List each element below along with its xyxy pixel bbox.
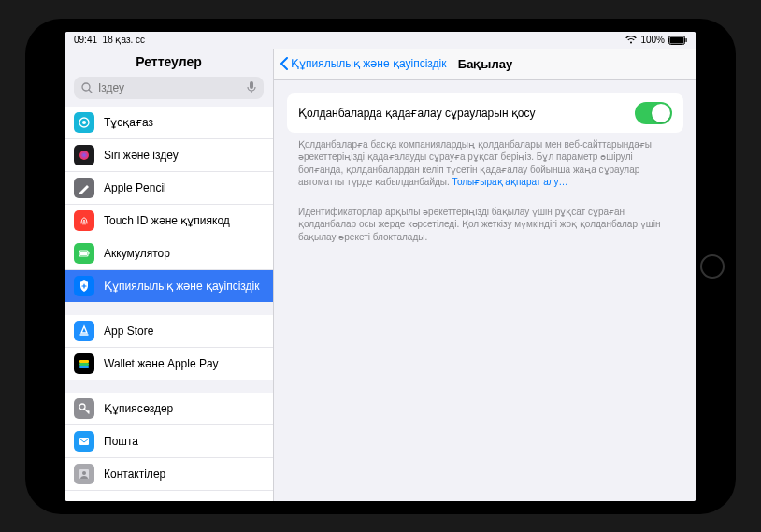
sidebar-item-wallpaper[interactable]: Тұсқағаз (65, 107, 273, 139)
home-button[interactable] (700, 254, 725, 279)
svg-rect-2 (686, 38, 687, 42)
contacts-icon (74, 464, 94, 484)
svg-point-8 (82, 121, 86, 124)
battery-icon (74, 243, 94, 264)
mail-icon (74, 431, 94, 452)
sidebar-item-label: Аккумулятор (104, 247, 264, 260)
sidebar-item-label: Тұсқағаз (104, 116, 264, 129)
appstore-icon (74, 321, 94, 341)
sidebar-item-battery[interactable]: Аккумулятор (65, 237, 273, 270)
status-time: 09:41 (74, 35, 97, 45)
sidebar-item-label: Siri және іздеу (104, 149, 264, 162)
wifi-icon (625, 36, 637, 44)
sidebar-item-appstore[interactable]: App Store (65, 315, 273, 348)
touchid-icon (74, 210, 94, 231)
tracking-toggle-row: Қолданбаларда қадағалау сұрауларын қосу (287, 93, 683, 133)
status-date: 18 қаз. сс (103, 35, 146, 45)
sidebar-item-privacy[interactable]: Құпиялылық және қауіпсіздік (65, 270, 273, 302)
sidebar-item-label: Құпиялылық және қауіпсіздік (104, 280, 264, 293)
sidebar-item-key[interactable]: Құпиясөздер (65, 393, 273, 425)
screen: 09:41 18 қаз. сс 100% Реттеулер (65, 32, 696, 501)
tracking-toggle[interactable] (635, 102, 672, 124)
sidebar-title: Реттеулер (65, 49, 273, 77)
detail-header: Құпиялылық және қауіпсіздік Бақылау (274, 49, 696, 80)
sidebar-item-label: App Store (104, 324, 264, 338)
sidebar-item-label: Wallet және Apple Pay (104, 357, 264, 370)
sidebar-item-label: Контактілер (104, 467, 264, 481)
tracking-toggle-label: Қолданбаларда қадағалау сұрауларын қосу (298, 107, 536, 120)
sidebar: Реттеулер ТұсқағазSiri және іздеуApple P… (65, 49, 274, 501)
sidebar-item-calendar[interactable]: 18Күнтізбе (65, 491, 273, 501)
svg-rect-17 (79, 438, 89, 445)
svg-rect-11 (89, 252, 90, 254)
calendar-icon: 18 (74, 496, 94, 501)
sidebar-item-label: Apple Pencil (104, 181, 264, 194)
privacy-icon (74, 276, 94, 296)
battery-percent: 100% (640, 35, 665, 45)
sidebar-item-label: Құпиясөздер (104, 402, 264, 415)
sidebar-group: ҚұпиясөздерПоштаКонтактілер18КүнтізбеЕск… (65, 393, 273, 501)
svg-rect-1 (670, 36, 684, 43)
sidebar-item-label: Күнтізбе (104, 500, 264, 501)
sidebar-item-mail[interactable]: Пошта (65, 425, 273, 458)
wallet-icon (74, 353, 94, 374)
sidebar-group: ТұсқағазSiri және іздеуApple PencilTouch… (65, 107, 273, 302)
wallpaper-icon (74, 112, 94, 133)
key-icon (74, 398, 94, 419)
mic-icon[interactable] (247, 81, 256, 94)
pencil-icon (74, 178, 94, 198)
tracking-footer: Қолданбаларға басқа компаниялардың қолда… (287, 133, 683, 189)
ipad-frame: 09:41 18 қаз. сс 100% Реттеулер (25, 19, 736, 514)
detail-pane: Құпиялылық және қауіпсіздік Бақылау Қолд… (274, 49, 696, 501)
battery-icon (668, 36, 687, 45)
sidebar-item-pencil[interactable]: Apple Pencil (65, 172, 273, 205)
siri-icon (74, 145, 94, 165)
detail-title: Бақылау (458, 57, 512, 71)
svg-point-19 (82, 471, 86, 475)
sidebar-item-label: Touch ID және құпиякод (104, 214, 264, 227)
sidebar-group: App StoreWallet және Apple Pay (65, 315, 273, 380)
svg-line-4 (89, 90, 92, 93)
back-button[interactable]: Құпиялылық және қауіпсіздік (274, 57, 446, 70)
search-input[interactable] (98, 81, 241, 94)
search-icon (81, 82, 93, 93)
svg-rect-12 (80, 252, 87, 255)
svg-rect-15 (79, 366, 89, 368)
svg-point-9 (79, 151, 89, 160)
sidebar-list: ТұсқағазSiri және іздеуApple PencilTouch… (65, 107, 273, 501)
sidebar-item-contacts[interactable]: Контактілер (65, 458, 273, 491)
sidebar-item-siri[interactable]: Siri және іздеу (65, 139, 273, 172)
sidebar-item-touchid[interactable]: Touch ID және құпиякод (65, 205, 273, 237)
search-field[interactable] (74, 77, 264, 99)
learn-more-link[interactable]: Толығырақ ақпарат алу… (452, 177, 568, 187)
status-bar: 09:41 18 қаз. сс 100% (65, 32, 696, 49)
svg-rect-14 (79, 363, 89, 366)
back-label: Құпиялылық және қауіпсіздік (291, 57, 446, 70)
svg-rect-5 (250, 81, 253, 89)
sidebar-item-wallet[interactable]: Wallet және Apple Pay (65, 348, 273, 380)
sidebar-item-label: Пошта (104, 435, 264, 448)
tracking-note: Идентификаторлар арқылы әрекеттеріңізді … (287, 189, 683, 244)
svg-rect-13 (79, 360, 89, 363)
